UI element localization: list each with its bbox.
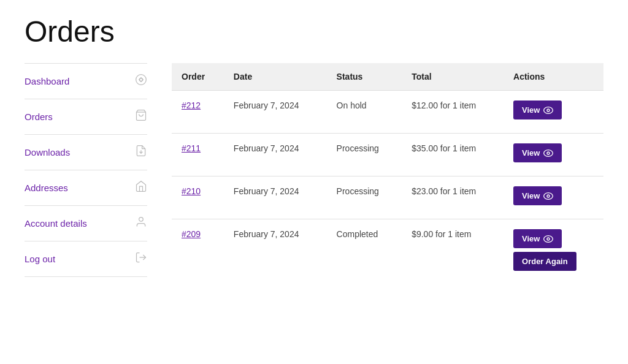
- order-total-3: $9.00 for 1 item: [402, 219, 504, 281]
- view-button-2[interactable]: View: [513, 186, 562, 205]
- view-button-3[interactable]: View: [513, 229, 562, 248]
- view-label-3: View: [522, 234, 540, 243]
- eye-icon: [543, 192, 553, 200]
- addresses-icon: [135, 180, 147, 195]
- col-header-actions: Actions: [504, 63, 603, 91]
- order-actions-0: View: [504, 91, 603, 134]
- table-row: #212February 7, 2024On hold$12.00 for 1 …: [172, 91, 603, 134]
- order-actions-3: View Order Again: [504, 219, 603, 281]
- table-row: #209February 7, 2024Completed$9.00 for 1…: [172, 219, 603, 281]
- order-actions-2: View: [504, 176, 603, 219]
- order-link-0[interactable]: #212: [182, 100, 201, 110]
- orders-icon: [135, 109, 147, 124]
- main-content: OrderDateStatusTotalActions #212February…: [172, 63, 603, 281]
- order-date-0: February 7, 2024: [224, 91, 327, 134]
- sidebar: DashboardOrdersDownloadsAddressesAccount…: [25, 63, 147, 281]
- sidebar-item-dashboard[interactable]: Dashboard: [25, 63, 147, 99]
- order-total-0: $12.00 for 1 item: [402, 91, 504, 134]
- view-label-1: View: [522, 148, 540, 157]
- svg-point-0: [136, 75, 147, 85]
- sidebar-label-dashboard: Dashboard: [25, 76, 69, 86]
- eye-icon: [543, 107, 553, 114]
- eye-icon: [543, 150, 553, 157]
- svg-point-11: [548, 152, 550, 154]
- view-button-0[interactable]: View: [513, 100, 562, 119]
- order-total-2: $23.00 for 1 item: [402, 176, 504, 219]
- sidebar-label-orders: Orders: [25, 112, 53, 122]
- downloads-icon: [135, 145, 147, 160]
- table-body: #212February 7, 2024On hold$12.00 for 1 …: [172, 91, 603, 281]
- order-date-1: February 7, 2024: [224, 134, 327, 176]
- svg-point-4: [139, 218, 144, 222]
- sidebar-item-log-out[interactable]: Log out: [25, 241, 147, 277]
- page-container: Orders DashboardOrdersDownloadsAddresses…: [0, 0, 628, 295]
- view-label-2: View: [522, 191, 540, 200]
- table-row: #210February 7, 2024Processing$23.00 for…: [172, 176, 603, 219]
- layout: DashboardOrdersDownloadsAddressesAccount…: [25, 63, 603, 281]
- order-date-2: February 7, 2024: [224, 176, 327, 219]
- col-header-total: Total: [402, 63, 504, 91]
- order-date-3: February 7, 2024: [224, 219, 327, 281]
- dashboard-icon: [135, 74, 147, 89]
- col-header-date: Date: [224, 63, 327, 91]
- order-status-0: On hold: [327, 91, 402, 134]
- order-number-0: #212: [172, 91, 224, 134]
- order-number-1: #211: [172, 134, 224, 176]
- sidebar-item-downloads[interactable]: Downloads: [25, 135, 147, 170]
- order-number-2: #210: [172, 176, 224, 219]
- svg-point-14: [548, 195, 550, 197]
- order-total-1: $35.00 for 1 item: [402, 134, 504, 176]
- orders-table: OrderDateStatusTotalActions #212February…: [172, 63, 603, 281]
- page-title: Orders: [25, 15, 603, 48]
- view-button-1[interactable]: View: [513, 143, 562, 162]
- sidebar-label-addresses: Addresses: [25, 183, 68, 193]
- order-number-3: #209: [172, 219, 224, 281]
- logout-icon: [135, 251, 147, 267]
- sidebar-label-log-out: Log out: [25, 254, 55, 264]
- svg-point-17: [548, 238, 550, 240]
- svg-point-8: [548, 109, 550, 111]
- view-label-0: View: [522, 105, 540, 115]
- col-header-order: Order: [172, 63, 224, 91]
- sidebar-item-orders[interactable]: Orders: [25, 99, 147, 135]
- order-link-3[interactable]: #209: [182, 229, 201, 239]
- sidebar-label-downloads: Downloads: [25, 147, 70, 157]
- sidebar-item-addresses[interactable]: Addresses: [25, 170, 147, 206]
- eye-icon: [543, 235, 553, 243]
- order-again-button-3[interactable]: Order Again: [513, 252, 576, 271]
- svg-point-1: [140, 78, 143, 82]
- sidebar-item-account-details[interactable]: Account details: [25, 206, 147, 241]
- order-status-3: Completed: [327, 219, 402, 281]
- order-link-1[interactable]: #211: [182, 143, 201, 153]
- col-header-status: Status: [327, 63, 402, 91]
- account-icon: [135, 216, 147, 231]
- table-row: #211February 7, 2024Processing$35.00 for…: [172, 134, 603, 176]
- order-status-1: Processing: [327, 134, 402, 176]
- order-actions-1: View: [504, 134, 603, 176]
- order-link-2[interactable]: #210: [182, 186, 201, 196]
- sidebar-label-account-details: Account details: [25, 218, 87, 229]
- order-status-2: Processing: [327, 176, 402, 219]
- table-header-row: OrderDateStatusTotalActions: [172, 63, 603, 91]
